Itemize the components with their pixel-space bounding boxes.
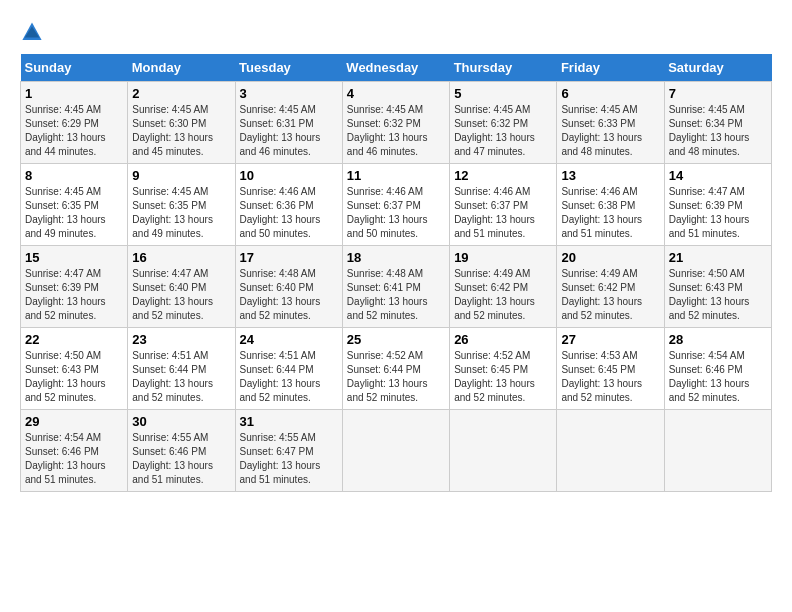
calendar-cell: 28 Sunrise: 4:54 AMSunset: 6:46 PMDaylig… (664, 328, 771, 410)
day-number: 13 (561, 168, 659, 183)
day-number: 3 (240, 86, 338, 101)
calendar-cell: 9 Sunrise: 4:45 AMSunset: 6:35 PMDayligh… (128, 164, 235, 246)
day-number: 7 (669, 86, 767, 101)
day-number: 2 (132, 86, 230, 101)
day-number: 8 (25, 168, 123, 183)
calendar-header-row: SundayMondayTuesdayWednesdayThursdayFrid… (21, 54, 772, 82)
day-detail: Sunrise: 4:51 AMSunset: 6:44 PMDaylight:… (240, 349, 338, 405)
day-detail: Sunrise: 4:45 AMSunset: 6:29 PMDaylight:… (25, 103, 123, 159)
calendar-cell: 8 Sunrise: 4:45 AMSunset: 6:35 PMDayligh… (21, 164, 128, 246)
calendar-cell: 3 Sunrise: 4:45 AMSunset: 6:31 PMDayligh… (235, 82, 342, 164)
column-header-tuesday: Tuesday (235, 54, 342, 82)
day-detail: Sunrise: 4:45 AMSunset: 6:33 PMDaylight:… (561, 103, 659, 159)
day-detail: Sunrise: 4:45 AMSunset: 6:34 PMDaylight:… (669, 103, 767, 159)
day-detail: Sunrise: 4:47 AMSunset: 6:40 PMDaylight:… (132, 267, 230, 323)
day-detail: Sunrise: 4:50 AMSunset: 6:43 PMDaylight:… (669, 267, 767, 323)
calendar-cell: 1 Sunrise: 4:45 AMSunset: 6:29 PMDayligh… (21, 82, 128, 164)
day-number: 14 (669, 168, 767, 183)
day-number: 23 (132, 332, 230, 347)
day-number: 24 (240, 332, 338, 347)
day-detail: Sunrise: 4:55 AMSunset: 6:47 PMDaylight:… (240, 431, 338, 487)
column-header-saturday: Saturday (664, 54, 771, 82)
day-number: 9 (132, 168, 230, 183)
day-number: 11 (347, 168, 445, 183)
column-header-sunday: Sunday (21, 54, 128, 82)
day-number: 18 (347, 250, 445, 265)
day-detail: Sunrise: 4:53 AMSunset: 6:45 PMDaylight:… (561, 349, 659, 405)
day-detail: Sunrise: 4:47 AMSunset: 6:39 PMDaylight:… (669, 185, 767, 241)
day-detail: Sunrise: 4:49 AMSunset: 6:42 PMDaylight:… (454, 267, 552, 323)
calendar-cell: 22 Sunrise: 4:50 AMSunset: 6:43 PMDaylig… (21, 328, 128, 410)
column-header-friday: Friday (557, 54, 664, 82)
day-number: 22 (25, 332, 123, 347)
calendar-week-row: 22 Sunrise: 4:50 AMSunset: 6:43 PMDaylig… (21, 328, 772, 410)
calendar-cell: 5 Sunrise: 4:45 AMSunset: 6:32 PMDayligh… (450, 82, 557, 164)
calendar-cell: 30 Sunrise: 4:55 AMSunset: 6:46 PMDaylig… (128, 410, 235, 492)
calendar-cell: 15 Sunrise: 4:47 AMSunset: 6:39 PMDaylig… (21, 246, 128, 328)
day-detail: Sunrise: 4:54 AMSunset: 6:46 PMDaylight:… (669, 349, 767, 405)
day-number: 27 (561, 332, 659, 347)
calendar-cell (342, 410, 449, 492)
column-header-monday: Monday (128, 54, 235, 82)
day-detail: Sunrise: 4:52 AMSunset: 6:45 PMDaylight:… (454, 349, 552, 405)
calendar-cell: 19 Sunrise: 4:49 AMSunset: 6:42 PMDaylig… (450, 246, 557, 328)
day-detail: Sunrise: 4:45 AMSunset: 6:32 PMDaylight:… (454, 103, 552, 159)
day-detail: Sunrise: 4:46 AMSunset: 6:37 PMDaylight:… (347, 185, 445, 241)
day-detail: Sunrise: 4:51 AMSunset: 6:44 PMDaylight:… (132, 349, 230, 405)
column-header-thursday: Thursday (450, 54, 557, 82)
calendar-cell: 21 Sunrise: 4:50 AMSunset: 6:43 PMDaylig… (664, 246, 771, 328)
calendar-cell: 4 Sunrise: 4:45 AMSunset: 6:32 PMDayligh… (342, 82, 449, 164)
day-number: 6 (561, 86, 659, 101)
day-number: 26 (454, 332, 552, 347)
calendar-cell: 24 Sunrise: 4:51 AMSunset: 6:44 PMDaylig… (235, 328, 342, 410)
calendar-cell: 18 Sunrise: 4:48 AMSunset: 6:41 PMDaylig… (342, 246, 449, 328)
calendar-cell: 25 Sunrise: 4:52 AMSunset: 6:44 PMDaylig… (342, 328, 449, 410)
calendar-cell (450, 410, 557, 492)
day-number: 21 (669, 250, 767, 265)
calendar-cell: 20 Sunrise: 4:49 AMSunset: 6:42 PMDaylig… (557, 246, 664, 328)
calendar-week-row: 29 Sunrise: 4:54 AMSunset: 6:46 PMDaylig… (21, 410, 772, 492)
calendar-week-row: 1 Sunrise: 4:45 AMSunset: 6:29 PMDayligh… (21, 82, 772, 164)
calendar-cell: 17 Sunrise: 4:48 AMSunset: 6:40 PMDaylig… (235, 246, 342, 328)
day-number: 29 (25, 414, 123, 429)
day-number: 10 (240, 168, 338, 183)
calendar-cell: 29 Sunrise: 4:54 AMSunset: 6:46 PMDaylig… (21, 410, 128, 492)
calendar-cell: 16 Sunrise: 4:47 AMSunset: 6:40 PMDaylig… (128, 246, 235, 328)
calendar-cell: 7 Sunrise: 4:45 AMSunset: 6:34 PMDayligh… (664, 82, 771, 164)
day-detail: Sunrise: 4:45 AMSunset: 6:30 PMDaylight:… (132, 103, 230, 159)
day-number: 31 (240, 414, 338, 429)
day-number: 20 (561, 250, 659, 265)
calendar-cell: 13 Sunrise: 4:46 AMSunset: 6:38 PMDaylig… (557, 164, 664, 246)
logo (20, 20, 48, 44)
column-header-wednesday: Wednesday (342, 54, 449, 82)
day-detail: Sunrise: 4:52 AMSunset: 6:44 PMDaylight:… (347, 349, 445, 405)
day-number: 4 (347, 86, 445, 101)
calendar-cell: 6 Sunrise: 4:45 AMSunset: 6:33 PMDayligh… (557, 82, 664, 164)
day-number: 12 (454, 168, 552, 183)
calendar-cell: 26 Sunrise: 4:52 AMSunset: 6:45 PMDaylig… (450, 328, 557, 410)
day-detail: Sunrise: 4:45 AMSunset: 6:31 PMDaylight:… (240, 103, 338, 159)
day-detail: Sunrise: 4:46 AMSunset: 6:37 PMDaylight:… (454, 185, 552, 241)
calendar-cell: 23 Sunrise: 4:51 AMSunset: 6:44 PMDaylig… (128, 328, 235, 410)
calendar-cell: 10 Sunrise: 4:46 AMSunset: 6:36 PMDaylig… (235, 164, 342, 246)
calendar-week-row: 15 Sunrise: 4:47 AMSunset: 6:39 PMDaylig… (21, 246, 772, 328)
day-detail: Sunrise: 4:46 AMSunset: 6:38 PMDaylight:… (561, 185, 659, 241)
day-number: 25 (347, 332, 445, 347)
day-number: 15 (25, 250, 123, 265)
day-detail: Sunrise: 4:50 AMSunset: 6:43 PMDaylight:… (25, 349, 123, 405)
calendar-cell: 27 Sunrise: 4:53 AMSunset: 6:45 PMDaylig… (557, 328, 664, 410)
day-number: 19 (454, 250, 552, 265)
day-detail: Sunrise: 4:48 AMSunset: 6:40 PMDaylight:… (240, 267, 338, 323)
calendar-cell: 12 Sunrise: 4:46 AMSunset: 6:37 PMDaylig… (450, 164, 557, 246)
day-detail: Sunrise: 4:49 AMSunset: 6:42 PMDaylight:… (561, 267, 659, 323)
calendar-cell: 2 Sunrise: 4:45 AMSunset: 6:30 PMDayligh… (128, 82, 235, 164)
calendar-cell: 11 Sunrise: 4:46 AMSunset: 6:37 PMDaylig… (342, 164, 449, 246)
calendar-cell: 31 Sunrise: 4:55 AMSunset: 6:47 PMDaylig… (235, 410, 342, 492)
day-detail: Sunrise: 4:45 AMSunset: 6:35 PMDaylight:… (132, 185, 230, 241)
day-detail: Sunrise: 4:48 AMSunset: 6:41 PMDaylight:… (347, 267, 445, 323)
day-number: 30 (132, 414, 230, 429)
day-number: 5 (454, 86, 552, 101)
day-detail: Sunrise: 4:45 AMSunset: 6:32 PMDaylight:… (347, 103, 445, 159)
calendar-table: SundayMondayTuesdayWednesdayThursdayFrid… (20, 54, 772, 492)
logo-icon (20, 20, 44, 44)
